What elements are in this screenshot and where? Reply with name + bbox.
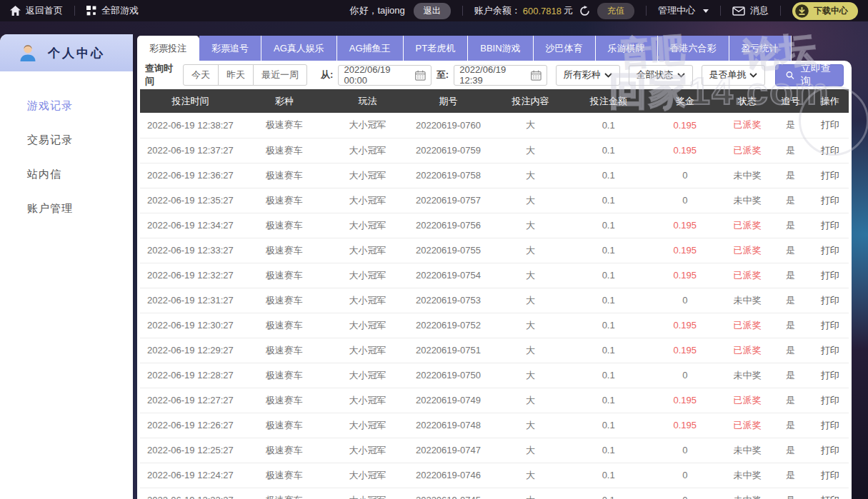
date-to-input[interactable]: 2022/06/19 12:39 (454, 65, 547, 86)
cell-content: 大 (489, 388, 572, 413)
table-header-row: 投注时间彩种玩法期号投注内容投注金额奖金状态追号操作 (140, 89, 849, 113)
today-button[interactable]: 今天 (183, 64, 219, 86)
admin-center-menu[interactable]: 管理中心 (658, 4, 709, 17)
print-link[interactable]: 打印 (811, 438, 849, 463)
home-link[interactable]: 返回首页 (10, 4, 63, 17)
column-header: 玩法 (328, 89, 407, 113)
tab-pt-slots[interactable]: PT老虎机 (404, 36, 469, 61)
select-status[interactable]: 全部状态 (629, 65, 693, 86)
sidebar-item-game-records[interactable]: 游戏记录 (0, 89, 133, 123)
cell-status: 未中奖 (724, 363, 769, 388)
tab-leyou-chess[interactable]: 乐游棋牌 (596, 36, 658, 61)
table-row: 2022-06-19 12:27:27极速赛车大小冠军20220619-0749… (140, 388, 849, 413)
cell-lottery: 极速赛车 (241, 363, 328, 388)
select-lottery-type[interactable]: 所有彩种 (556, 65, 620, 86)
print-link[interactable]: 打印 (811, 238, 849, 263)
date-from-value: 2022/06/19 00:00 (344, 64, 415, 86)
table-body: 2022-06-19 12:38:27极速赛车大小冠军20220619-0760… (140, 113, 849, 499)
table-row: 2022-06-19 12:30:27极速赛车大小冠军20220619-0752… (140, 313, 849, 338)
messages-label: 消息 (750, 4, 769, 17)
print-link[interactable]: 打印 (811, 163, 849, 188)
cell-prize: 0.195 (645, 138, 724, 163)
last-week-button[interactable]: 最近一周 (253, 64, 307, 86)
calendar-icon[interactable] (531, 70, 542, 81)
tab-ag-fishing[interactable]: AG捕鱼王 (337, 36, 404, 61)
cell-amount: 0.1 (572, 288, 645, 313)
download-icon (794, 4, 809, 19)
balance-currency: 元 (564, 4, 573, 17)
cell-content: 大 (489, 113, 572, 138)
print-link[interactable]: 打印 (811, 213, 849, 238)
calendar-icon[interactable] (415, 70, 426, 81)
cell-prize: 0.195 (645, 263, 724, 288)
cell-status: 已派奖 (724, 238, 769, 263)
select-single-pick[interactable]: 是否单挑 (702, 65, 766, 86)
admin-center-label: 管理中心 (658, 4, 695, 17)
cell-chase: 是 (770, 388, 812, 413)
cell-lottery: 极速赛车 (241, 413, 328, 438)
cell-amount: 0.1 (572, 188, 645, 213)
print-link[interactable]: 打印 (811, 338, 849, 363)
cell-lottery: 极速赛车 (241, 138, 328, 163)
print-link[interactable]: 打印 (811, 388, 849, 413)
tab-hk-lottery[interactable]: 香港六合彩 (658, 36, 729, 61)
print-link[interactable]: 打印 (811, 188, 849, 213)
cell-content: 大 (489, 138, 572, 163)
tab-profit-stats[interactable]: 盈亏统计 (729, 36, 792, 61)
cell-prize: 0.195 (645, 313, 724, 338)
print-link[interactable]: 打印 (811, 413, 849, 438)
cell-chase: 是 (770, 413, 812, 438)
print-link[interactable]: 打印 (811, 363, 849, 388)
cell-lottery: 极速赛车 (241, 288, 328, 313)
sidebar-menu: 游戏记录交易记录站内信账户管理 (0, 71, 133, 226)
cell-lottery: 极速赛车 (241, 488, 328, 499)
page: 返回首页 全部游戏 你好，tajiong 退出 账户余额： 600.7818 元… (0, 0, 868, 499)
cell-content: 大 (489, 413, 572, 438)
print-link[interactable]: 打印 (811, 463, 849, 488)
table-row: 2022-06-19 12:33:27极速赛车大小冠军20220619-0755… (140, 238, 849, 263)
logout-button[interactable]: 退出 (414, 3, 451, 19)
table-row: 2022-06-19 12:38:27极速赛车大小冠军20220619-0760… (140, 113, 849, 138)
print-link[interactable]: 打印 (811, 113, 849, 138)
all-games-link[interactable]: 全部游戏 (86, 4, 139, 17)
cell-lottery: 极速赛车 (241, 338, 328, 363)
query-button[interactable]: 立即查询 (775, 64, 843, 86)
query-button-label: 立即查询 (801, 62, 833, 88)
sidebar-item-site-messages[interactable]: 站内信 (0, 157, 133, 191)
select-value: 所有彩种 (564, 69, 601, 81)
print-link[interactable]: 打印 (811, 263, 849, 288)
column-header: 奖金 (645, 89, 724, 113)
cell-play: 大小冠军 (328, 388, 407, 413)
tab-bbin-games[interactable]: BBIN游戏 (468, 36, 533, 61)
cell-amount: 0.1 (572, 338, 645, 363)
tab-lottery-chase[interactable]: 彩票追号 (199, 36, 261, 61)
quick-date-group: 今天昨天最近一周 (183, 64, 307, 86)
cell-content: 大 (489, 288, 572, 313)
tab-saba-sports[interactable]: 沙巴体育 (534, 36, 596, 61)
print-link[interactable]: 打印 (811, 138, 849, 163)
all-games-label: 全部游戏 (101, 4, 139, 17)
date-from-input[interactable]: 2022/06/19 00:00 (338, 65, 431, 86)
cell-status: 已派奖 (724, 388, 769, 413)
cell-issue: 20220619-0756 (407, 213, 489, 238)
recharge-button[interactable]: 充值 (597, 3, 634, 19)
cell-issue: 20220619-0749 (407, 388, 489, 413)
print-link[interactable]: 打印 (811, 288, 849, 313)
cell-issue: 20220619-0750 (407, 363, 489, 388)
sidebar-item-transaction-records[interactable]: 交易记录 (0, 123, 133, 157)
print-link[interactable]: 打印 (811, 488, 849, 499)
tab-lottery-bet[interactable]: 彩票投注 (137, 36, 199, 61)
print-link[interactable]: 打印 (811, 313, 849, 338)
sidebar-item-account-management[interactable]: 账户管理 (0, 191, 133, 226)
cell-status: 已派奖 (724, 313, 769, 338)
yesterday-button[interactable]: 昨天 (218, 64, 254, 86)
cell-chase: 是 (770, 138, 812, 163)
refresh-icon[interactable] (579, 6, 590, 16)
greeting-text: 你好，tajiong (349, 4, 404, 17)
messages-link[interactable]: 消息 (732, 4, 769, 17)
column-header: 操作 (811, 89, 849, 113)
tab-ag-live[interactable]: AG真人娱乐 (261, 36, 337, 61)
cell-time: 2022-06-19 12:36:27 (140, 163, 241, 188)
download-center-button[interactable]: 下载中心 (792, 2, 858, 20)
cell-content: 大 (489, 463, 572, 488)
